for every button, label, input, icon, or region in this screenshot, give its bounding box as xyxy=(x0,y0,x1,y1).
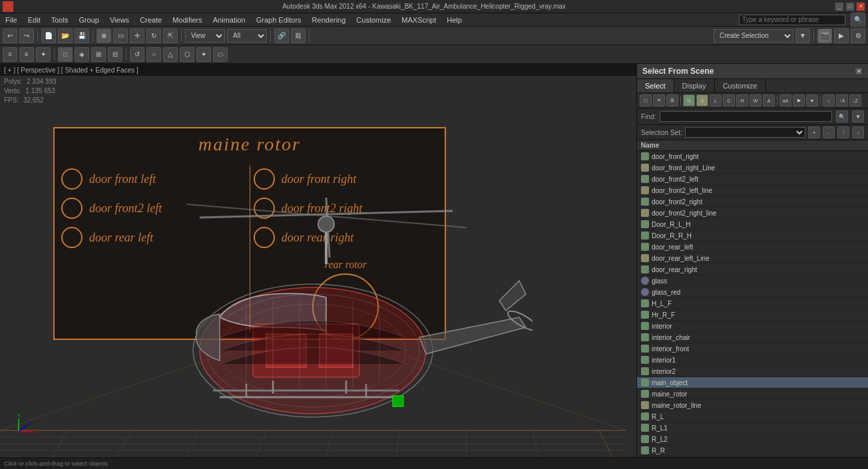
list-item[interactable]: H_L_F xyxy=(637,298,868,309)
tab-customize[interactable]: Customize xyxy=(715,79,766,92)
menu-animation[interactable]: Animation xyxy=(210,16,248,24)
render-button[interactable]: ▶ xyxy=(834,29,849,43)
tb2-btn9[interactable]: ○ xyxy=(146,47,161,62)
rp-collapse-btn[interactable]: ▼ xyxy=(806,94,818,106)
close-button[interactable]: ✕ xyxy=(856,2,865,11)
list-item[interactable]: Door_R_L_H xyxy=(637,219,868,230)
rp-select-all-btn[interactable]: ◻ xyxy=(640,94,652,106)
tb2-btn3[interactable]: ✦ xyxy=(36,47,51,62)
move-button[interactable]: ✛ xyxy=(130,29,144,43)
menu-group[interactable]: Group xyxy=(76,16,102,24)
open-button[interactable]: 📂 xyxy=(58,29,73,43)
selset-add-btn[interactable]: + xyxy=(808,126,820,138)
list-item[interactable]: door_rear_right xyxy=(637,264,868,275)
rp-expand-btn[interactable]: ▶ xyxy=(793,94,805,106)
list-item[interactable]: door_front2_left_line xyxy=(637,185,868,196)
list-item[interactable]: glass xyxy=(637,275,868,287)
render-frame-button[interactable]: 🎬 xyxy=(817,29,832,43)
list-item[interactable]: interior xyxy=(637,321,868,332)
render-settings-button[interactable]: ⚙ xyxy=(851,29,865,43)
tab-select[interactable]: Select xyxy=(637,79,674,92)
tb2-btn5[interactable]: ◈ xyxy=(75,47,89,62)
list-item[interactable]: glass_red xyxy=(637,287,868,298)
menu-create[interactable]: Create xyxy=(137,16,164,24)
list-item[interactable]: door_front2_right_line xyxy=(637,208,868,219)
tb2-btn2[interactable]: ≡ xyxy=(19,47,34,62)
tb2-btn7[interactable]: ⊟ xyxy=(108,47,122,62)
select-button[interactable]: ⊕ xyxy=(97,29,111,43)
tb2-btn12[interactable]: ✦ xyxy=(196,47,211,62)
tb2-btn8[interactable]: ↺ xyxy=(130,47,144,62)
rp-sort-btn[interactable]: ↕ xyxy=(823,94,835,106)
list-item[interactable]: interior2 xyxy=(637,366,868,377)
list-item[interactable]: interior1 xyxy=(637,355,868,366)
rp-close-button[interactable]: ✕ xyxy=(855,67,863,75)
select-region-button[interactable]: ▭ xyxy=(113,29,128,43)
list-item[interactable]: Door_R_R_H xyxy=(637,230,868,241)
selset-dn-btn[interactable]: ↓ xyxy=(852,126,864,138)
view-dropdown[interactable]: View xyxy=(185,29,225,43)
find-options-button[interactable]: ▼ xyxy=(852,110,864,122)
rp-filter-light-btn[interactable]: L xyxy=(710,94,722,106)
rp-filter-all-btn[interactable]: A xyxy=(763,94,775,106)
rp-sort-desc-btn[interactable]: ↓Z xyxy=(849,94,861,106)
list-item[interactable]: maine_rotor_line xyxy=(637,400,868,411)
menu-views[interactable]: Views xyxy=(107,16,132,24)
tb2-btn6[interactable]: ⊞ xyxy=(91,47,106,62)
rp-filter-geo-btn[interactable]: G xyxy=(683,94,695,106)
redo-button[interactable]: ↪ xyxy=(19,29,34,43)
selset-sub-btn[interactable]: - xyxy=(823,126,835,138)
tb2-btn4[interactable]: □ xyxy=(58,47,73,62)
list-item[interactable]: R_R xyxy=(637,445,868,456)
search-button[interactable]: 🔍 xyxy=(851,13,865,27)
menu-maxscript[interactable]: MAXScript xyxy=(399,16,439,24)
menu-rendering[interactable]: Rendering xyxy=(310,16,349,24)
search-input[interactable] xyxy=(739,15,845,25)
undo-button[interactable]: ↩ xyxy=(3,29,17,43)
menu-modifiers[interactable]: Modifiers xyxy=(170,16,205,24)
list-item[interactable]: interior_chair xyxy=(637,332,868,343)
unlink-button[interactable]: ⛓ xyxy=(291,29,306,43)
rotate-button[interactable]: ↻ xyxy=(146,29,161,43)
tb2-btn10[interactable]: △ xyxy=(163,47,178,62)
create-sel-button[interactable]: ▼ xyxy=(795,29,810,43)
rp-filter-shape-btn[interactable]: S xyxy=(696,94,708,106)
list-item[interactable]: door_rear_left_Line xyxy=(637,253,868,264)
scale-button[interactable]: ⇱ xyxy=(163,29,178,43)
find-input[interactable] xyxy=(660,111,832,122)
list-item[interactable]: R_L xyxy=(637,411,868,422)
tab-display[interactable]: Display xyxy=(674,79,715,92)
menu-customize[interactable]: Customize xyxy=(353,16,393,24)
rp-filter-wsm-btn[interactable]: W xyxy=(750,94,761,106)
list-item[interactable]: Hr_R_F xyxy=(637,309,868,321)
find-button[interactable]: 🔍 xyxy=(836,110,848,122)
viewport-label[interactable]: [ + ] [ Perspective ] [ Shaded + Edged F… xyxy=(4,67,138,74)
new-button[interactable]: 📄 xyxy=(41,29,56,43)
menu-file[interactable]: File xyxy=(3,16,20,24)
rp-select-inv-btn[interactable]: ⊞ xyxy=(666,94,678,106)
selset-up-btn[interactable]: ↑ xyxy=(837,126,849,138)
list-item[interactable]: door_rear_left xyxy=(637,241,868,253)
rp-filter-cam-btn[interactable]: C xyxy=(723,94,735,106)
rp-sort-asc-btn[interactable]: ↑A xyxy=(836,94,848,106)
save-button[interactable]: 💾 xyxy=(75,29,89,43)
rp-case-sensitive-btn[interactable]: aA xyxy=(779,94,791,106)
selset-dropdown[interactable] xyxy=(685,127,805,138)
minimize-button[interactable]: _ xyxy=(835,2,844,11)
rp-filter-helper-btn[interactable]: H xyxy=(736,94,748,106)
tb2-btn1[interactable]: S xyxy=(3,47,17,62)
list-item[interactable]: door_front_right xyxy=(637,151,868,162)
restore-button[interactable]: □ xyxy=(845,2,855,11)
all-dropdown[interactable]: All xyxy=(227,29,267,43)
list-item[interactable]: maine_rotor xyxy=(637,389,868,400)
list-item[interactable]: door_front_right_Line xyxy=(637,162,868,174)
list-item[interactable]: door_front2_right xyxy=(637,196,868,208)
scene-objects-list[interactable]: door_front_rightdoor_front_right_Linedoo… xyxy=(637,151,868,457)
menu-tools[interactable]: Tools xyxy=(49,16,71,24)
menu-graph-editors[interactable]: Graph Editors xyxy=(254,16,304,24)
rp-select-none-btn[interactable]: ✕ xyxy=(653,94,665,106)
menu-edit[interactable]: Edit xyxy=(25,16,43,24)
list-item[interactable]: interior_front xyxy=(637,343,868,355)
list-item[interactable]: main_object xyxy=(637,377,868,389)
viewport[interactable]: maine rotor door front left door front2 … xyxy=(0,64,636,457)
